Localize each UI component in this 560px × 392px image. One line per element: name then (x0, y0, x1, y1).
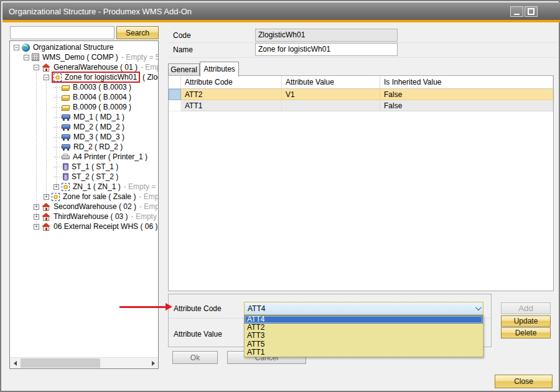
tree-item-b-0004-b-0004[interactable]: B.0004 ( B.0004 ) (10, 92, 158, 102)
tree-item-md-2-md-2[interactable]: MD_2 ( MD_2 ) (10, 122, 158, 132)
grid-cell: ATT2 (181, 89, 282, 100)
ok-button[interactable]: Ok (172, 351, 218, 364)
tree-connector (54, 167, 62, 167)
tree-node: Zone for sale ( Zsale ) (52, 192, 136, 201)
tree-item-st-1-st-1[interactable]: ST_1 ( ST_1 ) (10, 162, 158, 172)
tree-connector (54, 117, 62, 118)
grid-row-att1[interactable]: ATT1False (169, 100, 553, 111)
tree-horizontal-scrollbar[interactable] (10, 357, 158, 368)
tree-node: SecondWarehouse ( 02 ) (42, 202, 136, 211)
tree-item-06-external-receipt-whs-06[interactable]: +06 External Receipt WHS ( 06 )- (10, 222, 158, 231)
grid-cell: False (380, 100, 553, 111)
chevron-down-icon[interactable] (475, 304, 482, 310)
column-header-is-inherited-value[interactable]: Is Inherited Value (380, 76, 553, 89)
row-selector-cell[interactable] (169, 89, 181, 100)
grid-row-att2[interactable]: ATT2V1False (169, 89, 553, 100)
tree-node: ST_2 ( ST_2 ) (62, 172, 118, 181)
tree-node: ST_1 ( ST_1 ) (62, 162, 118, 171)
scroll-left-arrow-icon[interactable] (10, 358, 20, 368)
tree-node: ZN_1 ( ZN_1 ) (62, 182, 121, 191)
expand-icon[interactable]: + (34, 224, 39, 230)
truck-icon (62, 114, 70, 121)
tree-item-thirdwarehouse-03[interactable]: +ThirdWarehouse ( 03 )- Empty = ( (10, 212, 158, 222)
bin-icon (61, 85, 70, 91)
code-field: ZlogisticWh01 (255, 29, 398, 42)
truck-icon (62, 144, 70, 151)
tree-item-label: 06 External Receipt WHS ( 06 ) (54, 222, 157, 231)
annotation-arrow (119, 306, 166, 308)
tree-item-label: B.0003 ( B.0003 ) (73, 83, 131, 91)
tree-node: B.0003 ( B.0003 ) (62, 83, 131, 91)
tree-item-zone-for-logisticwh01[interactable]: −Zone for logisticWh01( Zlogist (10, 72, 158, 82)
tree-item-b-0009-b-0009[interactable]: B.0009 ( B.0009 ) (10, 102, 158, 112)
tree-item-zn-1-zn-1[interactable]: +ZN_1 ( ZN_1 )- Empty = (10, 182, 158, 192)
name-field[interactable]: Zone for logisticWh01 (255, 43, 398, 56)
dropdown-option-att1[interactable]: ATT1 (245, 348, 483, 357)
tree-item-st-2-st-2[interactable]: ST_2 ( ST_2 ) (10, 172, 158, 182)
maximize-button[interactable] (525, 6, 538, 17)
tree-node: MD_1 ( MD_1 ) (62, 113, 124, 121)
tree-node: MD_3 ( MD_3 ) (62, 133, 124, 141)
tree-item-a4-printer-printer-1[interactable]: A4 Printer ( Printer_1 ) (10, 152, 158, 162)
tree-item-generalwarehouse-01[interactable]: −GeneralWarehouse ( 01 )- Empty (10, 62, 158, 72)
warehouse-icon (42, 203, 50, 211)
collapse-icon[interactable]: − (34, 65, 39, 70)
tab-general[interactable]: General (168, 63, 200, 76)
scroll-right-arrow-icon[interactable] (148, 358, 158, 368)
maximize-icon (528, 8, 534, 15)
combobox-value: ATT4 (248, 304, 265, 313)
tree-connector (54, 157, 62, 157)
update-button[interactable]: Update (501, 315, 551, 327)
close-button[interactable]: Close (495, 375, 553, 388)
tree-item-status-text: - Empty (139, 192, 159, 201)
dropdown-option-att5[interactable]: ATT5 (245, 340, 483, 348)
dropdown-option-att2[interactable]: ATT2 (245, 324, 483, 332)
tree-connector (54, 87, 62, 88)
tree-item-organizational-structure[interactable]: −Organizational Structure (10, 42, 158, 52)
expand-icon[interactable]: + (34, 204, 39, 210)
tree-connector (54, 107, 62, 108)
delete-button[interactable]: Delete (501, 327, 551, 338)
tree-item-zone-for-sale-zsale[interactable]: +Zone for sale ( Zsale )- Empty (10, 192, 158, 202)
column-header-attribute-code[interactable]: Attribute Code (181, 76, 282, 89)
grid-cell: False (380, 89, 553, 100)
attribute-code-combobox[interactable]: ATT4 (244, 302, 483, 315)
org-structure-tree: −Organizational Structure−WMS_Demo ( COM… (9, 40, 159, 369)
tree-node: ThirdWarehouse ( 03 ) (42, 212, 128, 221)
tree-item-label: ZN_1 ( ZN_1 ) (73, 182, 121, 191)
tree-item-md-3-md-3[interactable]: MD_3 ( MD_3 ) (10, 132, 158, 142)
tree-item-label: A4 Printer ( Printer_1 ) (73, 152, 147, 161)
collapse-icon[interactable]: − (24, 55, 29, 60)
minimize-button[interactable] (510, 6, 523, 17)
tree-connector (54, 127, 62, 128)
tree-item-label: B.0004 ( B.0004 ) (73, 93, 131, 101)
collapse-icon[interactable]: − (14, 45, 19, 50)
grid-cell: ATT1 (181, 100, 282, 111)
tree-node: B.0004 ( B.0004 ) (62, 93, 131, 101)
dropdown-option-att3[interactable]: ATT3 (245, 332, 483, 340)
dropdown-option-att4[interactable]: ATT4 (245, 315, 483, 324)
tree-item-rd-2-rd-2[interactable]: RD_2 ( RD_2 ) (10, 142, 158, 152)
search-button[interactable]: Search (116, 26, 159, 39)
row-selector-cell[interactable] (169, 100, 181, 111)
tab-attributes[interactable]: Attributes (200, 62, 239, 77)
tree-item-b-0003-b-0003[interactable]: B.0003 ( B.0003 ) (10, 82, 158, 92)
attribute-code-dropdown-list: ATT4ATT2ATT3ATT5ATT1 (244, 315, 483, 357)
search-input[interactable] (10, 26, 114, 39)
tree-item-md-1-md-1[interactable]: MD_1 ( MD_1 ) (10, 112, 158, 122)
zone-icon (54, 73, 62, 82)
add-button[interactable]: Add (501, 302, 551, 314)
expand-icon[interactable]: + (54, 184, 59, 190)
expand-icon[interactable]: + (34, 214, 39, 220)
expand-icon[interactable]: + (44, 194, 49, 200)
dialog-window: Organizational Structure - Produmex WMS … (0, 0, 560, 392)
tree-item-wms-demo-comp[interactable]: −WMS_Demo ( COMP )- Empty = 52/5 (10, 52, 158, 62)
collapse-icon[interactable]: − (44, 75, 49, 80)
scrollbar-thumb[interactable] (21, 358, 100, 368)
tree-item-secondwarehouse-02[interactable]: +SecondWarehouse ( 02 )- Empty (10, 202, 158, 212)
truck-icon (62, 124, 70, 131)
grid-cell: V1 (282, 89, 380, 100)
row-selector-header (169, 76, 181, 89)
tree-node: Organizational Structure (22, 43, 113, 52)
column-header-attribute-value[interactable]: Attribute Value (282, 76, 380, 89)
